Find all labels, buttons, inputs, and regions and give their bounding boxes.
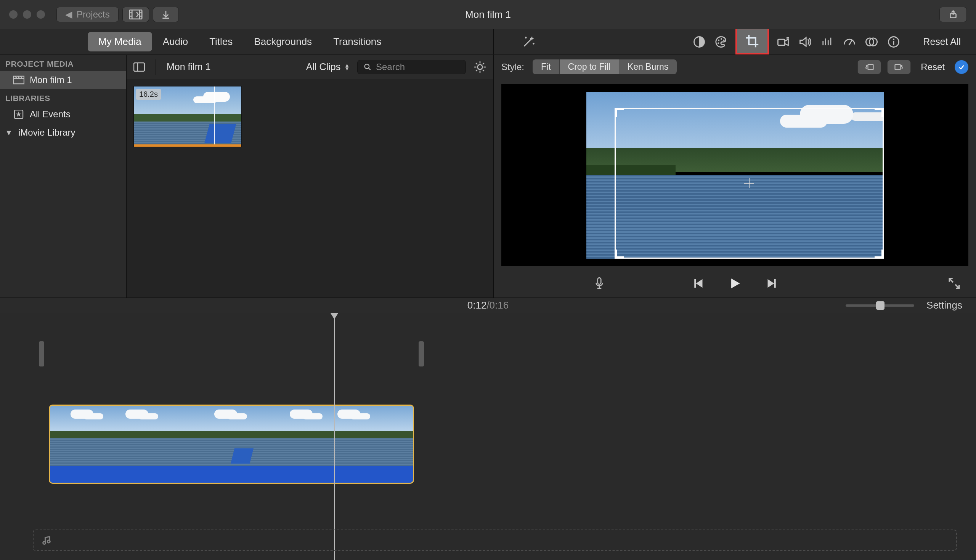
crop-apply-button[interactable] — [955, 60, 968, 74]
color-correction-button[interactable] — [713, 34, 729, 50]
reset-all-button[interactable]: Reset All — [923, 36, 961, 47]
header-row: My Media Audio Titles Backgrounds Transi… — [0, 29, 976, 55]
library-sidebar: PROJECT MEDIA Mon film 1 LIBRARIES All E… — [0, 55, 127, 298]
crop-rectangle[interactable] — [615, 108, 884, 259]
middle-split: PROJECT MEDIA Mon film 1 LIBRARIES All E… — [0, 55, 976, 298]
crop-style-segment: Fit Crop to Fill Ken Burns — [533, 60, 677, 74]
clip-trim-handle-right[interactable] — [419, 341, 424, 367]
tab-my-media[interactable]: My Media — [88, 32, 152, 52]
library-tabs: My Media Audio Titles Backgrounds Transi… — [88, 32, 392, 52]
speed-button[interactable] — [841, 34, 857, 50]
svg-point-50 — [478, 64, 483, 69]
checkmark-icon — [958, 63, 965, 71]
sidebar-item-imovie-library[interactable]: ▶ iMovie Library — [0, 123, 126, 142]
timeline-zoom-slider[interactable] — [846, 304, 914, 307]
crop-handle-bl[interactable] — [615, 250, 624, 259]
close-window-icon[interactable] — [9, 10, 18, 19]
svg-rect-68 — [774, 279, 775, 288]
svg-point-19 — [718, 39, 720, 41]
minimize-window-icon[interactable] — [23, 10, 31, 19]
import-media-button[interactable] — [122, 7, 149, 22]
disclosure-triangle-icon[interactable]: ▶ — [6, 130, 13, 135]
sidebar-item-all-events[interactable]: All Events — [0, 105, 126, 123]
crop-style-kenburns[interactable]: Ken Burns — [619, 60, 677, 74]
fullscreen-button[interactable] — [948, 277, 961, 292]
svg-marker-66 — [731, 278, 740, 288]
download-arrow-icon — [161, 10, 171, 20]
background-music-lane[interactable] — [33, 530, 957, 551]
clip-filter-label: All Clips — [306, 61, 341, 72]
svg-marker-27 — [800, 37, 806, 46]
svg-line-49 — [369, 68, 371, 70]
clip-filter-button[interactable] — [864, 34, 879, 50]
download-button[interactable] — [153, 7, 179, 22]
sidebar-toggle-icon[interactable] — [134, 61, 145, 73]
timeline-playhead[interactable] — [334, 313, 335, 560]
crop-reset-button[interactable]: Reset — [921, 62, 945, 72]
settings-gear-icon[interactable] — [473, 60, 486, 73]
timeline[interactable] — [0, 313, 976, 560]
viewer-panel: Style: Fit Crop to Fill Ken Burns Reset — [494, 55, 976, 298]
svg-marker-64 — [696, 279, 702, 288]
zoom-window-icon[interactable] — [37, 10, 45, 19]
share-button[interactable] — [939, 7, 967, 22]
star-box-icon — [13, 110, 24, 119]
tab-audio[interactable]: Audio — [152, 32, 199, 52]
svg-point-71 — [43, 542, 46, 544]
traffic-lights — [9, 10, 45, 19]
window-title: Mon film 1 — [465, 9, 511, 20]
clip-audio-track[interactable] — [50, 466, 413, 483]
next-frame-button[interactable] — [764, 277, 777, 292]
voiceover-button[interactable] — [593, 277, 606, 292]
updown-chevron-icon: ▲▼ — [344, 63, 349, 70]
rotate-cw-button[interactable] — [887, 60, 911, 74]
svg-rect-46 — [134, 63, 144, 71]
svg-line-56 — [483, 69, 484, 71]
timeline-clip[interactable] — [49, 405, 414, 484]
overlap-circles-icon — [865, 35, 878, 49]
stabilization-button[interactable] — [775, 34, 791, 50]
projects-back-button[interactable]: ◀ Projects — [57, 7, 119, 22]
noise-reduction-button[interactable] — [819, 34, 835, 50]
zoom-slider-knob[interactable] — [876, 301, 884, 310]
clip-trim-handle-left[interactable] — [39, 341, 44, 367]
timeline-settings-button[interactable]: Settings — [926, 300, 962, 311]
crop-tool-button[interactable] — [735, 28, 769, 55]
crop-handle-br[interactable] — [874, 250, 884, 259]
tab-transitions[interactable]: Transitions — [323, 32, 392, 52]
svg-point-33 — [849, 43, 851, 45]
play-button[interactable] — [729, 277, 742, 292]
svg-point-22 — [717, 42, 719, 44]
total-time: 0:16 — [490, 300, 509, 311]
crop-style-croptofill[interactable]: Crop to Fill — [560, 60, 619, 74]
svg-rect-60 — [895, 64, 901, 70]
color-balance-button[interactable] — [691, 34, 707, 50]
sidebar-item-project[interactable]: Mon film 1 — [0, 71, 126, 89]
rotate-ccw-button[interactable] — [857, 60, 881, 74]
style-label: Style: — [501, 62, 524, 72]
volume-button[interactable] — [797, 34, 813, 50]
window-titlebar: ◀ Projects Mon film 1 — [0, 0, 976, 29]
crop-handle-tr[interactable] — [874, 108, 884, 117]
crop-style-fit[interactable]: Fit — [533, 60, 560, 74]
filmstrip-icon — [129, 10, 142, 20]
divider — [155, 60, 156, 75]
microphone-icon — [593, 277, 606, 290]
magic-wand-icon — [521, 35, 535, 49]
palette-icon — [714, 35, 728, 49]
prev-frame-button[interactable] — [693, 277, 706, 292]
tab-backgrounds[interactable]: Backgrounds — [243, 32, 323, 52]
svg-line-57 — [483, 63, 484, 64]
music-note-icon — [41, 535, 52, 545]
enhance-button[interactable] — [520, 34, 536, 50]
svg-rect-23 — [778, 39, 785, 45]
crop-handle-tl[interactable] — [615, 108, 624, 117]
camera-icon — [776, 35, 790, 49]
search-placeholder: Search — [376, 62, 405, 72]
media-clip-thumb[interactable]: 16.2s — [134, 86, 242, 147]
sidebar-all-events-label: All Events — [30, 109, 70, 120]
tab-titles[interactable]: Titles — [199, 32, 243, 52]
search-input[interactable]: Search — [357, 60, 466, 74]
info-button[interactable] — [886, 34, 902, 50]
clip-filter-dropdown[interactable]: All Clips ▲▼ — [306, 61, 349, 72]
